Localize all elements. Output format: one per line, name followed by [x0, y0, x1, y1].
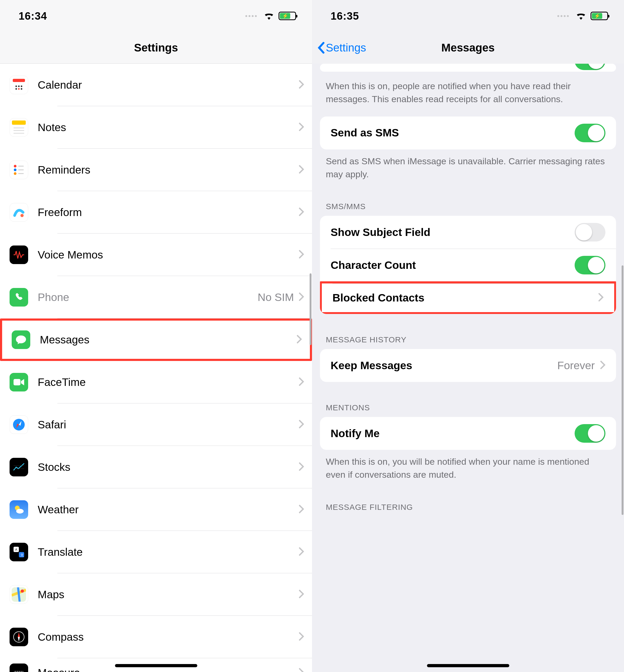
svg-rect-0	[13, 79, 25, 82]
section-header-filtering: MESSAGE FILTERING	[312, 492, 624, 516]
row-messages[interactable]: Messages	[0, 319, 312, 361]
notify-me-toggle[interactable]	[575, 424, 605, 443]
notify-me-footer: When this is on, you will be notified wh…	[312, 450, 624, 492]
row-notes[interactable]: Notes	[0, 106, 312, 149]
row-voice-memos[interactable]: Voice Memos	[0, 234, 312, 276]
home-indicator[interactable]	[427, 664, 509, 667]
compass-icon	[9, 628, 28, 646]
row-phone[interactable]: Phone No SIM	[0, 276, 312, 319]
row-label: Reminders	[38, 164, 299, 176]
freeform-icon	[9, 203, 28, 222]
scroll-indicator[interactable]	[622, 265, 623, 515]
phone-icon	[9, 288, 28, 306]
wifi-icon	[263, 11, 275, 21]
row-notify-me[interactable]: Notify Me	[320, 417, 616, 450]
row-safari[interactable]: Safari	[0, 403, 312, 446]
navbar: Settings	[0, 32, 312, 64]
svg-point-3	[21, 85, 22, 87]
chevron-right-icon	[299, 462, 304, 472]
messages-content[interactable]: When this is on, people are notified whe…	[312, 64, 624, 672]
svg-text:文: 文	[21, 553, 24, 557]
row-label: Voice Memos	[38, 249, 299, 261]
home-indicator[interactable]	[115, 664, 197, 667]
chevron-right-icon	[299, 165, 304, 175]
row-facetime[interactable]: FaceTime	[0, 361, 312, 403]
row-value: Forever	[557, 359, 595, 372]
chevron-right-icon	[299, 250, 304, 260]
row-character-count[interactable]: Character Count	[320, 249, 616, 281]
status-time: 16:35	[331, 10, 359, 22]
row-label: Safari	[38, 419, 299, 431]
row-label: Freeform	[38, 206, 299, 219]
navbar: Settings Messages	[312, 32, 624, 64]
row-blocked-contacts[interactable]: Blocked Contacts	[320, 281, 616, 314]
row-show-subject[interactable]: Show Subject Field	[320, 216, 616, 249]
svg-point-1	[16, 85, 17, 87]
safari-icon	[9, 415, 28, 434]
row-maps[interactable]: Maps	[0, 573, 312, 616]
send-as-sms-footer: Send as SMS when iMessage is unavailable…	[312, 150, 624, 192]
svg-point-2	[18, 85, 20, 87]
row-keep-messages[interactable]: Keep Messages Forever	[320, 349, 616, 382]
svg-rect-18	[14, 379, 21, 385]
row-reminders[interactable]: Reminders	[0, 149, 312, 191]
svg-point-4	[16, 88, 17, 90]
row-freeform[interactable]: Freeform	[0, 191, 312, 234]
weather-icon	[9, 500, 28, 519]
settings-list[interactable]: Calendar Notes Reminders F	[0, 64, 312, 672]
row-label: Compass	[38, 631, 299, 643]
section-header-mentions: MENTIONS	[312, 382, 624, 417]
facetime-icon	[9, 373, 28, 392]
mentions-card: Notify Me	[320, 417, 616, 450]
cell-signal-dots-icon	[557, 15, 569, 17]
history-card: Keep Messages Forever	[320, 349, 616, 382]
scroll-indicator[interactable]	[310, 273, 311, 345]
svg-text:A: A	[15, 548, 17, 552]
read-receipts-toggle[interactable]	[575, 64, 605, 70]
row-weather[interactable]: Weather	[0, 488, 312, 531]
row-label: Stocks	[38, 461, 299, 474]
send-as-sms-card: Send as SMS	[320, 116, 616, 150]
row-label: FaceTime	[38, 376, 299, 388]
status-icons: ⚡	[557, 11, 608, 21]
wifi-icon	[575, 11, 587, 21]
settings-screen: 16:34 ⚡ Settings Calendar	[0, 0, 312, 672]
battery-icon: ⚡	[591, 12, 608, 20]
row-send-as-sms[interactable]: Send as SMS	[320, 116, 616, 150]
calendar-icon	[9, 76, 28, 94]
back-button[interactable]: Settings	[317, 42, 366, 54]
status-bar: 16:35 ⚡	[312, 0, 624, 32]
notes-icon	[9, 118, 28, 137]
row-translate[interactable]: A文 Translate	[0, 531, 312, 573]
stocks-icon	[9, 458, 28, 476]
send-as-sms-toggle[interactable]	[575, 124, 605, 142]
chevron-right-icon	[299, 547, 304, 557]
svg-point-23	[16, 509, 24, 514]
chevron-right-icon	[299, 123, 304, 132]
row-label: Keep Messages	[331, 359, 557, 372]
section-header-sms: SMS/MMS	[312, 191, 624, 216]
battery-icon: ⚡	[279, 12, 296, 20]
character-count-toggle[interactable]	[575, 256, 605, 274]
chevron-right-icon	[299, 207, 304, 217]
chevron-right-icon	[299, 420, 304, 430]
status-icons: ⚡	[245, 11, 296, 21]
row-label: Show Subject Field	[331, 226, 575, 239]
svg-point-13	[14, 172, 17, 175]
page-title: Messages	[441, 42, 495, 54]
page-title: Settings	[134, 42, 178, 54]
row-compass[interactable]: Compass	[0, 616, 312, 658]
messages-icon	[12, 330, 30, 349]
read-receipts-footer: When this is on, people are notified whe…	[312, 74, 624, 116]
row-calendar[interactable]: Calendar	[0, 64, 312, 106]
chevron-right-icon	[299, 377, 304, 387]
row-label: Messages	[40, 333, 296, 346]
row-label: Weather	[38, 504, 299, 516]
show-subject-toggle[interactable]	[575, 223, 605, 242]
svg-point-29	[21, 589, 24, 593]
reminders-icon	[9, 161, 28, 179]
chevron-right-icon	[299, 589, 304, 599]
svg-point-6	[21, 88, 22, 90]
row-stocks[interactable]: Stocks	[0, 446, 312, 488]
translate-icon: A文	[9, 543, 28, 561]
